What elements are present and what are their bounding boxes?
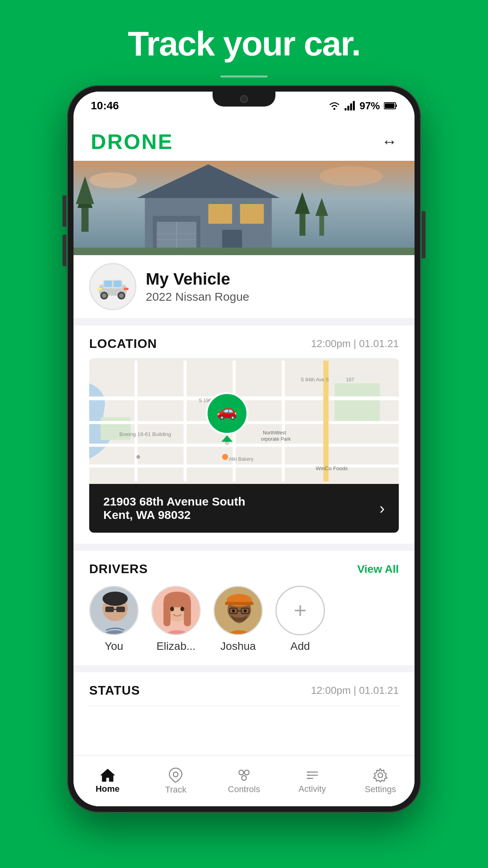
svg-rect-77 bbox=[184, 599, 191, 626]
address-line-2: Kent, WA 98032 bbox=[103, 508, 245, 522]
status-bar: 10:46 bbox=[73, 92, 415, 120]
svg-rect-46 bbox=[134, 360, 138, 482]
volume-button-up bbox=[62, 195, 66, 227]
volume-button-down bbox=[62, 235, 66, 266]
expand-button[interactable]: ↔ bbox=[382, 133, 397, 151]
house-illustration bbox=[73, 161, 415, 255]
battery-percent: 97% bbox=[360, 100, 380, 112]
svg-marker-91 bbox=[101, 769, 115, 782]
status-icons-right: 97% bbox=[328, 100, 397, 112]
nav-item-home[interactable]: Home bbox=[73, 764, 142, 798]
map-container[interactable]: Boeing 18-61 Building S 196th St S 84th … bbox=[89, 358, 399, 484]
location-header: LOCATION 12:00pm | 01.01.21 bbox=[89, 337, 399, 351]
activity-icon bbox=[305, 768, 320, 782]
app-header: DRONE ↔ bbox=[73, 120, 415, 161]
svg-point-102 bbox=[378, 773, 383, 778]
vehicle-details: My Vehicle 2022 Nissan Rogue bbox=[146, 270, 250, 303]
svg-rect-32 bbox=[114, 281, 121, 287]
svg-rect-7 bbox=[396, 105, 397, 107]
vehicle-banner bbox=[73, 161, 415, 255]
driver-name-elizabeth: Elizab... bbox=[156, 640, 196, 653]
battery-icon bbox=[384, 102, 397, 110]
wifi-icon bbox=[328, 101, 341, 110]
svg-point-94 bbox=[244, 770, 249, 775]
svg-point-64 bbox=[136, 455, 140, 459]
home-icon bbox=[100, 768, 116, 782]
drivers-section: DRIVERS View All bbox=[73, 551, 415, 665]
nav-label-track: Track bbox=[165, 785, 186, 795]
svg-rect-1 bbox=[345, 108, 347, 110]
location-timestamp: 12:00pm | 01.01.21 bbox=[311, 338, 399, 350]
vehicle-avatar bbox=[89, 263, 136, 310]
svg-point-100 bbox=[308, 774, 310, 776]
person-elizabeth-icon bbox=[152, 587, 201, 635]
driver-item-add[interactable]: + Add bbox=[275, 586, 325, 653]
address-bar[interactable]: 21903 68th Avenue South Kent, WA 98032 › bbox=[89, 484, 399, 533]
nav-item-settings[interactable]: Settings bbox=[346, 764, 415, 798]
page-background: Track your car. 10:46 bbox=[0, 0, 488, 868]
svg-rect-85 bbox=[225, 602, 253, 605]
svg-text:NorthWest: NorthWest bbox=[263, 430, 286, 436]
svg-point-63 bbox=[225, 441, 229, 445]
svg-point-78 bbox=[170, 607, 174, 611]
svg-rect-4 bbox=[353, 101, 355, 110]
track-icon bbox=[169, 767, 183, 783]
status-timestamp: 12:00pm | 01.01.21 bbox=[311, 684, 399, 697]
drivers-row: You bbox=[89, 586, 399, 653]
svg-text:WinCo Foods: WinCo Foods bbox=[316, 465, 348, 471]
svg-text:Boeing 18-61 Building: Boeing 18-61 Building bbox=[119, 431, 171, 437]
svg-point-9 bbox=[89, 172, 137, 188]
notch bbox=[213, 92, 275, 107]
svg-point-99 bbox=[308, 771, 310, 773]
map-display: Boeing 18-61 Building S 196th St S 84th … bbox=[89, 358, 399, 484]
view-all-button[interactable]: View All bbox=[357, 563, 399, 576]
page-title: Track your car. bbox=[0, 24, 488, 64]
svg-rect-37 bbox=[97, 288, 102, 290]
status-time: 10:46 bbox=[91, 99, 119, 112]
header-divider bbox=[220, 75, 268, 77]
driver-name-add: Add bbox=[290, 640, 310, 653]
signal-icon bbox=[345, 101, 356, 110]
vehicle-model: 2022 Nissan Rogue bbox=[146, 290, 250, 303]
driver-avatar-joshua bbox=[213, 586, 263, 635]
nav-item-activity[interactable]: Activity bbox=[278, 764, 347, 798]
nav-label-settings: Settings bbox=[365, 784, 396, 794]
app-content[interactable]: DRONE ↔ bbox=[73, 120, 415, 755]
camera-dot bbox=[240, 95, 248, 103]
driver-avatar-you bbox=[89, 586, 139, 635]
nav-label-home: Home bbox=[95, 784, 119, 794]
svg-point-10 bbox=[319, 166, 383, 186]
person-joshua-icon bbox=[215, 587, 263, 635]
nav-item-controls[interactable]: Controls bbox=[210, 764, 278, 798]
drivers-header: DRIVERS View All bbox=[89, 562, 399, 576]
svg-point-0 bbox=[333, 108, 335, 110]
address-line-1: 21903 68th Avenue South bbox=[103, 495, 245, 508]
settings-icon bbox=[373, 768, 388, 783]
svg-rect-69 bbox=[105, 607, 114, 612]
svg-point-68 bbox=[103, 592, 128, 606]
driver-item-joshua[interactable]: Joshua bbox=[213, 586, 263, 653]
svg-point-90 bbox=[244, 609, 247, 612]
status-divider-line bbox=[89, 706, 399, 706]
svg-text:orporate Park: orporate Park bbox=[261, 436, 291, 442]
phone-frame: 10:46 bbox=[67, 85, 421, 813]
app-logo: DRONE bbox=[91, 129, 173, 154]
person-you-icon bbox=[90, 587, 139, 635]
location-title: LOCATION bbox=[89, 337, 157, 351]
svg-point-79 bbox=[180, 607, 184, 611]
section-divider-2 bbox=[73, 544, 415, 551]
svg-text:167: 167 bbox=[346, 377, 354, 383]
vehicle-info-row: My Vehicle 2022 Nissan Rogue bbox=[73, 255, 415, 318]
controls-icon bbox=[236, 768, 252, 783]
svg-rect-21 bbox=[208, 204, 232, 224]
svg-rect-47 bbox=[183, 360, 187, 482]
power-button bbox=[422, 211, 426, 258]
nav-item-track[interactable]: Track bbox=[142, 763, 210, 799]
driver-item-elizabeth[interactable]: Elizab... bbox=[151, 586, 201, 653]
svg-point-95 bbox=[242, 776, 246, 780]
nav-label-controls: Controls bbox=[228, 784, 260, 794]
phone-screen: 10:46 bbox=[73, 92, 415, 806]
driver-avatar-add: + bbox=[275, 586, 325, 635]
svg-point-101 bbox=[308, 778, 310, 779]
driver-item-you[interactable]: You bbox=[89, 586, 139, 653]
